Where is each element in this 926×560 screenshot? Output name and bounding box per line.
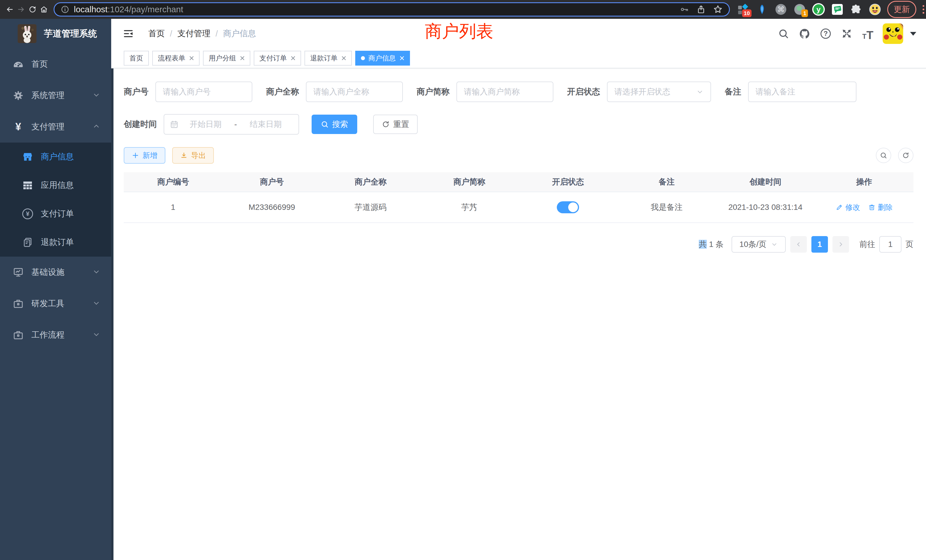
tab-label: 首页 xyxy=(129,54,143,63)
pagination: 共 1 条 10条/页 1 前往 页 xyxy=(124,236,914,253)
sidebar-item-refund-order[interactable]: 退款订单 xyxy=(0,228,111,257)
page-size-select[interactable]: 10条/页 xyxy=(732,236,786,253)
sidebar-item-system[interactable]: 系统管理 xyxy=(0,80,111,111)
share-icon[interactable] xyxy=(696,5,706,14)
add-button[interactable]: 新增 xyxy=(124,147,165,163)
sidebar-item-label: 支付管理 xyxy=(31,121,64,133)
sidebar-item-infrastructure[interactable]: 基础设施 xyxy=(0,257,111,288)
bookmark-star-icon[interactable] xyxy=(713,5,723,14)
status-toggle[interactable] xyxy=(557,201,579,213)
header-search-button[interactable] xyxy=(777,27,790,40)
sidebar-item-label: 商户信息 xyxy=(41,151,74,162)
sidebar-item-home[interactable]: 首页 xyxy=(0,48,111,80)
goto-page-input[interactable] xyxy=(879,236,902,253)
browser-menu-icon[interactable] xyxy=(921,3,926,15)
annotation-title: 商户列表 xyxy=(425,20,493,43)
help-button[interactable]: ? xyxy=(819,27,832,40)
next-page-button[interactable] xyxy=(832,236,849,253)
yen-icon: ¥ xyxy=(12,122,24,132)
puzzle-icon xyxy=(850,4,862,15)
refresh-table-button[interactable] xyxy=(898,148,914,163)
browser-reload-button[interactable] xyxy=(27,4,38,15)
sidebar-item-pay-order[interactable]: ¥ 支付订单 xyxy=(0,200,111,228)
extension-blocked-icon[interactable]: 10 xyxy=(737,3,750,16)
extension-y-icon[interactable]: y xyxy=(812,3,825,16)
tab-label: 支付订单 xyxy=(259,54,287,63)
tab-process-form[interactable]: 流程表单 xyxy=(152,51,200,65)
tab-home[interactable]: 首页 xyxy=(124,51,149,65)
prev-page-button[interactable] xyxy=(790,236,807,253)
table-grid-icon xyxy=(21,180,34,191)
sidebar-collapse-button[interactable] xyxy=(123,29,133,39)
merchant-no-input[interactable] xyxy=(155,82,252,102)
search-button[interactable]: 搜索 xyxy=(312,115,357,134)
fullscreen-icon xyxy=(841,28,852,39)
tab-label: 流程表单 xyxy=(158,54,185,63)
font-size-button[interactable]: TT xyxy=(862,27,874,40)
avatar-caret-icon[interactable] xyxy=(910,32,916,36)
tab-pay-order[interactable]: 支付订单 xyxy=(254,51,301,65)
extension-command-icon[interactable]: ⌘ xyxy=(774,3,787,16)
extension-profile-icon[interactable]: 1 xyxy=(793,3,806,16)
cell-actions: 修改 删除 xyxy=(815,192,914,222)
chevron-down-icon xyxy=(92,299,100,308)
browser-update-button[interactable]: 更新 xyxy=(887,1,916,18)
sidebar-item-label: 退款订单 xyxy=(41,237,74,248)
sidebar-item-label: 应用信息 xyxy=(41,180,74,191)
merchant-no-label: 商户号 xyxy=(124,86,148,97)
close-icon[interactable] xyxy=(189,56,194,61)
briefcase-icon xyxy=(12,298,24,309)
table-row: 1 M233666999 芋道源码 芋艿 我是备注 2021-10-23 08:… xyxy=(124,192,914,223)
browser-forward-button[interactable] xyxy=(15,4,27,15)
date-range-picker[interactable]: 开始日期 - 结束日期 xyxy=(163,114,299,135)
browser-back-button[interactable] xyxy=(4,4,15,15)
reset-button[interactable]: 重置 xyxy=(373,115,418,134)
user-avatar[interactable] xyxy=(883,23,903,44)
status-select[interactable]: 请选择开启状态 xyxy=(607,82,711,102)
toggle-search-button[interactable] xyxy=(876,148,891,163)
tab-merchant-info[interactable]: 商户信息 xyxy=(355,51,410,65)
sidebar-item-dev-tools[interactable]: 研发工具 xyxy=(0,288,111,319)
refresh-icon xyxy=(902,152,909,159)
cell-full-name: 芋道源码 xyxy=(321,192,420,222)
col-header: 创建时间 xyxy=(716,172,815,192)
close-icon[interactable] xyxy=(291,56,295,61)
extension-emoji-icon[interactable] xyxy=(869,3,882,16)
address-bar[interactable]: localhost:1024/pay/merchant xyxy=(54,2,730,17)
tab-refund-order[interactable]: 退款订单 xyxy=(304,51,352,65)
site-info-icon[interactable] xyxy=(61,5,69,14)
download-icon xyxy=(180,152,188,159)
rabbit-logo-icon xyxy=(18,24,36,43)
short-name-input[interactable] xyxy=(457,82,553,102)
sidebar-item-payment[interactable]: ¥ 支付管理 xyxy=(0,111,111,142)
close-icon[interactable] xyxy=(400,56,404,61)
sidebar-item-merchant-info[interactable]: 商户信息 xyxy=(0,142,111,171)
delete-link[interactable]: 删除 xyxy=(868,203,893,212)
edit-link[interactable]: 修改 xyxy=(836,203,860,212)
fullscreen-button[interactable] xyxy=(840,27,853,40)
password-key-icon[interactable] xyxy=(680,5,689,14)
browser-home-button[interactable] xyxy=(38,4,50,15)
sidebar-logo-row[interactable]: 芋道管理系统 xyxy=(0,19,111,48)
breadcrumb-payment[interactable]: 支付管理 xyxy=(177,28,210,39)
page-number-1[interactable]: 1 xyxy=(811,236,828,253)
tab-user-group[interactable]: 用户分组 xyxy=(203,51,250,65)
close-icon[interactable] xyxy=(240,56,245,61)
cell-remark: 我是备注 xyxy=(617,192,716,222)
close-icon[interactable] xyxy=(342,56,346,61)
export-button[interactable]: 导出 xyxy=(172,147,214,163)
sidebar-item-workflow[interactable]: 工作流程 xyxy=(0,319,111,351)
extensions-puzzle-icon[interactable] xyxy=(850,3,863,16)
full-name-input[interactable] xyxy=(306,82,403,102)
sidebar-item-app-info[interactable]: 应用信息 xyxy=(0,171,111,200)
calendar-icon xyxy=(170,120,179,129)
remark-input[interactable] xyxy=(748,82,856,102)
cell-status xyxy=(519,192,617,222)
extension-kite-icon[interactable] xyxy=(755,3,769,16)
chevron-down-icon xyxy=(92,330,100,340)
breadcrumb-home[interactable]: 首页 xyxy=(148,28,165,39)
github-link[interactable] xyxy=(798,27,811,40)
extension-chat-icon[interactable] xyxy=(831,3,844,16)
sidebar-item-label: 研发工具 xyxy=(31,298,64,309)
refund-doc-icon xyxy=(21,237,34,248)
